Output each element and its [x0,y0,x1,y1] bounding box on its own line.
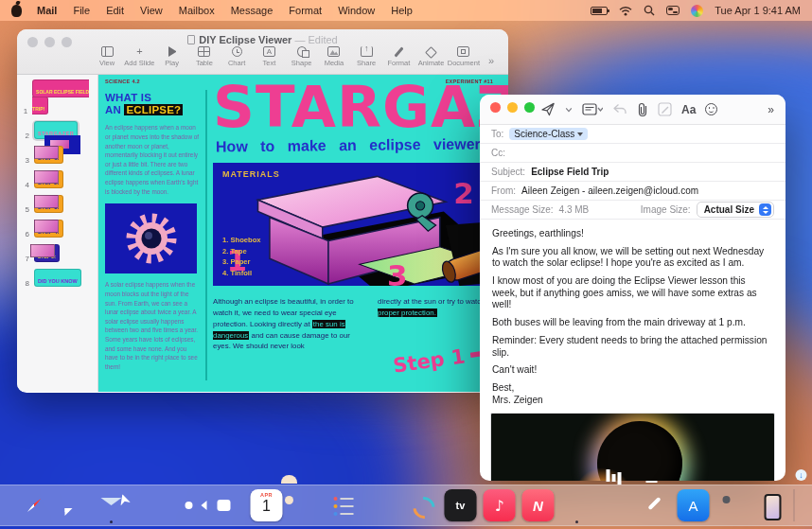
slide-thumbnail-4[interactable]: 4 STEP 2: [17,169,97,190]
dock-icon-system-settings[interactable] [716,487,749,523]
slide-thumbnail-3[interactable]: 3 STEP 1: [17,145,97,166]
format-button[interactable]: Aa [681,103,696,116]
slide-thumbnail-6[interactable]: 6 STEP 4: [17,219,97,239]
dock-icon-messages[interactable] [57,487,89,523]
running-indicator [575,520,578,523]
dock-icon-news[interactable]: N [522,487,555,523]
zoom-button[interactable] [62,37,72,47]
svg-text:3: 3 [387,258,408,286]
mail-traffic-lights[interactable] [490,102,535,113]
toolbar-media-button[interactable]: Media [318,46,350,67]
toolbar-table-button[interactable]: Table [188,46,221,67]
toolbar-overflow-chevron[interactable]: » [480,55,503,66]
toolbar-format-button[interactable]: Format [382,46,415,67]
close-button[interactable] [27,37,38,47]
toolbar-view-button[interactable]: View [91,46,123,67]
control-center-icon[interactable] [666,6,680,15]
battery-icon[interactable] [591,7,608,15]
slide-canvas[interactable]: SCIENCE 4.2 EXPERIMENT #11 WHAT IS AN EC… [98,75,508,392]
slide-thumbnail-7[interactable]: 7 STEP 5: [17,243,97,264]
toolbar-play-button[interactable]: Play [156,46,188,67]
dock-separator [794,489,795,521]
header-fields-button[interactable] [582,103,603,116]
dock-icon-apple-tv[interactable]: tv [445,487,477,523]
dock-icon-numbers[interactable] [600,487,632,523]
attach-button[interactable] [637,102,648,117]
menu-window[interactable]: Window [338,5,375,16]
menu-edit[interactable]: Edit [106,5,124,16]
send-options-chevron[interactable] [565,106,573,114]
menu-message[interactable]: Message [231,5,274,16]
slide-navigator: 1 SOLAR ECLIPSE FIELD TRIP! 2 STARGAZER … [17,75,98,392]
minimize-button[interactable] [507,102,518,113]
body-paragraph: Reminder: Every student needs to bring t… [492,335,773,359]
dock-icon-music[interactable]: ♪ [484,487,516,523]
dock-icon-safari[interactable] [18,487,50,523]
dock-icon-calendar[interactable]: APR1 [251,487,283,523]
toolbar-shape-button[interactable]: Shape [286,46,318,67]
apple-tv-icon: tv [445,489,477,521]
toolbar-add-slide-button[interactable]: Add Slide [123,46,155,67]
slide-thumbnail-8[interactable]: 8 DID YOU KNOW [17,268,97,289]
message-body[interactable]: Greetings, earthlings! As I'm sure you a… [480,220,786,406]
to-field[interactable]: To: Science-Class [480,125,786,144]
menu-view[interactable]: View [140,5,163,16]
zoom-button[interactable] [524,102,535,113]
spotlight-search-icon[interactable] [644,5,655,16]
photos-menu-extra-icon[interactable] [691,5,703,17]
subject-field[interactable]: Subject: Eclipse Field Trip [480,163,786,182]
menu-help[interactable]: Help [391,5,413,16]
keynote-titlebar[interactable]: DIY Eclipse Viewer — Edited View Add Sli… [17,29,508,75]
markup-button-disabled[interactable] [658,102,672,116]
mail-toolbar: Aa » [480,95,786,125]
send-button[interactable] [540,102,556,116]
mail-toolbar-overflow[interactable]: » [768,103,774,116]
toolbar-share-button[interactable]: Share [350,46,382,67]
dock-icon-photos[interactable] [173,487,205,523]
wifi-icon[interactable] [619,6,632,16]
dock-icon-iphone-mirroring[interactable] [755,487,787,523]
menu-format[interactable]: Format [289,5,322,16]
toolbar-document-button[interactable]: Document [448,46,480,67]
dock-icon-reminders[interactable] [328,487,361,523]
menu-mailbox[interactable]: Mailbox [179,5,215,16]
close-button[interactable] [490,102,501,113]
slide-left-column: WHAT IS AN ECLIPSE? An eclipse happens w… [105,92,201,371]
menu-file[interactable]: File [73,5,90,16]
eclipse-flare [573,467,633,481]
from-field[interactable]: From: Aileen Zeigen - aileen.zeigen@iclo… [480,182,786,201]
minimize-button[interactable] [44,37,55,47]
slide-paragraph-2: A solar eclipse happens when the moon bl… [105,280,201,371]
document-proxy-icon [187,35,195,44]
dock-icon-launchpad[interactable] [0,487,11,523]
dock-icon-downloads[interactable] [802,487,812,523]
apple-menu-icon[interactable] [11,5,22,17]
emoji-button[interactable] [705,103,717,115]
dock-icon-app-store[interactable]: A [678,487,710,523]
body-paragraph: As I'm sure you all know, we will be set… [492,246,773,270]
recipient-token[interactable]: Science-Class [509,128,588,140]
image-size-select[interactable]: Actual Size [697,202,774,218]
keynote-traffic-lights[interactable] [27,37,72,47]
dock-icon-keynote[interactable] [561,487,593,523]
slide-thumbnail-2-selected[interactable]: 2 STARGAZER [17,120,97,141]
dock-icon-notes[interactable] [367,487,399,523]
toolbar-chart-button[interactable]: Chart [221,46,253,67]
dock-icon-freeform[interactable] [406,487,438,523]
cc-field[interactable]: Cc: [480,144,786,163]
dock-icon-mail[interactable] [96,487,128,523]
slide-thumbnail-1[interactable]: 1 SOLAR ECLIPSE FIELD TRIP! [17,79,97,116]
dock-icon-contacts[interactable] [290,487,322,523]
reply-button-disabled[interactable] [612,103,627,115]
menu-mail[interactable]: Mail [37,5,57,16]
toolbar-animate-button[interactable]: Animate [415,47,448,67]
dock-icon-maps[interactable] [134,487,167,523]
toolbar-text-button[interactable]: Text [253,46,285,67]
menu-bar-clock[interactable]: Tue Apr 1 9:41 AM [715,5,801,16]
slide-thumbnail-5[interactable]: 5 STEP 3: [17,194,97,215]
eclipse-photo-attachment[interactable] [490,413,775,481]
body-paragraph: I know most of you are doing the Eclipse… [492,275,773,310]
dock-icon-facetime[interactable] [212,487,244,523]
dock-icon-pages[interactable] [639,487,671,523]
share-icon [361,46,373,57]
